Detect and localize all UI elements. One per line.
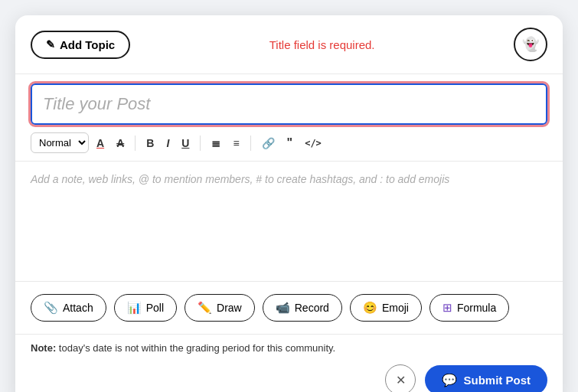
poll-icon: 📊 <box>127 301 142 315</box>
title-section <box>15 74 563 125</box>
emoji-icon: 😊 <box>363 301 377 315</box>
poll-label: Poll <box>146 302 164 314</box>
font-color-btn[interactable]: A <box>92 134 109 152</box>
formula-button[interactable]: ⊞ Formula <box>429 294 509 322</box>
formula-icon: ⊞ <box>442 301 452 315</box>
divider-1 <box>135 136 136 151</box>
italic-icon: I <box>166 137 169 149</box>
content-area[interactable]: Add a note, web links, @ to mention memb… <box>15 162 563 281</box>
draw-icon: ✏️ <box>198 301 212 315</box>
record-button[interactable]: 📹 Record <box>263 294 342 322</box>
highlight-btn[interactable]: A <box>112 134 129 152</box>
modal-container: ✎ Add Topic Title field is required. 👻 N… <box>15 15 563 392</box>
title-input[interactable] <box>31 83 547 125</box>
ordered-list-icon: ≣ <box>211 137 220 149</box>
divider-3 <box>250 136 251 151</box>
link-btn[interactable]: 🔗 <box>257 134 279 152</box>
footer-section: Note: today's date is not within the gra… <box>15 334 563 392</box>
poll-button[interactable]: 📊 Poll <box>114 294 177 322</box>
submit-icon: 💬 <box>442 373 457 387</box>
add-topic-icon: ✎ <box>46 38 55 51</box>
ghost-icon: 👻 <box>522 36 539 53</box>
ghost-button[interactable]: 👻 <box>514 28 547 61</box>
underline-icon: U <box>181 137 189 149</box>
ordered-list-btn[interactable]: ≣ <box>207 134 225 152</box>
attach-button[interactable]: 📎 Attach <box>31 294 106 322</box>
draw-label: Draw <box>217 302 242 314</box>
code-icon: </> <box>305 138 322 149</box>
unordered-list-icon: ≡ <box>233 137 239 149</box>
submit-label: Submit Post <box>463 374 531 387</box>
link-icon: 🔗 <box>262 137 275 149</box>
quote-btn[interactable]: " <box>282 133 298 153</box>
emoji-label: Emoji <box>382 302 409 314</box>
add-topic-label: Add Topic <box>60 38 115 51</box>
footer-actions: ✕ 💬 Submit Post <box>31 364 547 392</box>
modal-header: ✎ Add Topic Title field is required. 👻 <box>15 15 563 74</box>
note-label: Note: <box>31 342 56 354</box>
attach-label: Attach <box>63 302 93 314</box>
italic-btn[interactable]: I <box>162 134 174 152</box>
add-topic-button[interactable]: ✎ Add Topic <box>31 31 130 59</box>
error-message: Title field is required. <box>269 38 375 51</box>
divider-2 <box>200 136 201 151</box>
actions-section: 📎 Attach 📊 Poll ✏️ Draw 📹 Record 😊 Emoji… <box>15 281 563 334</box>
underline-btn[interactable]: U <box>177 134 194 152</box>
bold-btn[interactable]: B <box>142 134 158 152</box>
note-content: today's date is not within the grading p… <box>59 342 335 354</box>
record-icon: 📹 <box>276 301 290 315</box>
cancel-icon: ✕ <box>396 373 406 387</box>
quote-icon: " <box>287 136 293 150</box>
draw-button[interactable]: ✏️ Draw <box>185 294 255 322</box>
format-select[interactable]: Normal <box>31 132 89 153</box>
note-text: Note: today's date is not within the gra… <box>31 342 547 354</box>
emoji-button[interactable]: 😊 Emoji <box>350 294 422 322</box>
unordered-list-btn[interactable]: ≡ <box>228 134 243 152</box>
submit-button[interactable]: 💬 Submit Post <box>425 365 547 393</box>
cancel-button[interactable]: ✕ <box>385 364 416 392</box>
content-placeholder: Add a note, web links, @ to mention memb… <box>31 173 449 185</box>
font-color-icon: A <box>96 137 104 149</box>
attach-icon: 📎 <box>44 301 58 315</box>
record-label: Record <box>295 302 329 314</box>
bold-icon: B <box>146 137 154 149</box>
highlight-icon: A <box>116 137 124 149</box>
code-btn[interactable]: </> <box>300 135 326 152</box>
formatting-toolbar: Normal A A B I U ≣ ≡ 🔗 " <box>15 125 563 162</box>
formula-label: Formula <box>457 302 496 314</box>
